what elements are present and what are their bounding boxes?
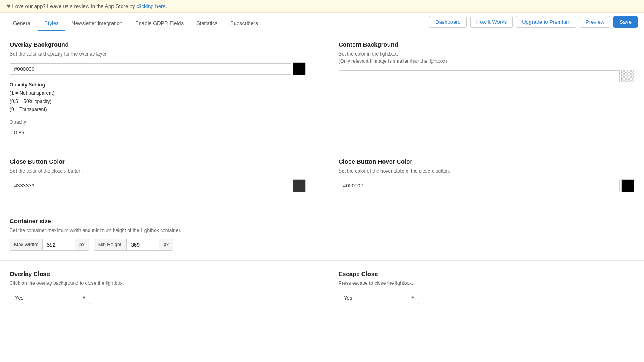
overlay-bg-desc: Set the color and opacity for the overla… (10, 50, 306, 58)
close-btn-hover-section: Close Button Hover Color Set the color o… (322, 158, 634, 198)
opacity-field-label: Opacity (10, 119, 306, 125)
size-fields-row: Max Width: px Min Height: px (10, 239, 306, 251)
max-width-label: Max Width: (10, 239, 43, 250)
close-btn-color-section: Close Button Color Set the color of the … (10, 158, 322, 198)
preview-button[interactable]: Preview (580, 16, 610, 28)
container-size-right-placeholder (322, 218, 634, 251)
close-btn-color-desc: Set the color of the close x button. (10, 167, 306, 175)
how-it-works-button[interactable]: How it Works (470, 16, 513, 28)
escape-close-select-wrapper: Yes No ▼ (339, 292, 419, 304)
opacity-note-3: (0 = Transparent) (10, 107, 47, 112)
promo-banner: ❤ Love our app? Leave us a review in the… (0, 0, 644, 13)
close-btn-hover-desc: Set the color of the hover state of the … (339, 167, 634, 175)
overlay-color-input[interactable] (10, 63, 291, 75)
tab-newsletter[interactable]: Newsletter Integration (65, 16, 129, 31)
row-close-button: Close Button Color Set the color of the … (0, 148, 644, 208)
container-size-title: Container size (10, 218, 306, 224)
tab-gdpr[interactable]: Enable GDPR Fields (129, 16, 190, 31)
close-hover-row (339, 179, 634, 192)
content-bg-desc: Set the color in the lightbox.(Only rele… (339, 50, 634, 65)
close-color-row (10, 179, 306, 192)
close-hover-swatch[interactable] (621, 179, 634, 192)
opacity-field-wrapper: Opacity (10, 119, 306, 138)
overlay-close-section: Overlay Close Click on the overlay backg… (10, 270, 322, 304)
content-color-input[interactable] (339, 70, 620, 82)
opacity-note-2: (0.5 = 50% opacity) (10, 99, 52, 104)
overlay-close-select-wrapper: Yes No ▼ (10, 292, 90, 304)
content-color-swatch[interactable] (621, 70, 634, 82)
opacity-label: Opacity Setting: (10, 81, 306, 89)
container-size-section: Container size Set the container maximum… (10, 218, 322, 251)
close-color-swatch[interactable] (293, 179, 306, 192)
content-color-row (339, 70, 634, 82)
banner-text: ❤ Love our app? Leave us a review in the… (6, 3, 136, 9)
opacity-note-1: (1 = Not transparent) (10, 90, 54, 96)
overlay-close-title: Overlay Close (10, 270, 306, 277)
close-hover-input[interactable] (339, 180, 620, 191)
tab-subscribers[interactable]: Subscribers (224, 16, 264, 31)
tab-styles[interactable]: Styles (38, 16, 65, 31)
min-height-unit: px (159, 239, 173, 250)
opacity-value-input[interactable] (10, 127, 142, 138)
top-nav: Dashboard How it Works Upgrade to Premiu… (429, 16, 638, 28)
main-content: Overlay Background Set the color and opa… (0, 31, 644, 314)
row-container-size: Container size Set the container maximum… (0, 208, 644, 261)
escape-close-select[interactable]: Yes No (339, 292, 419, 304)
header-area: Dashboard How it Works Upgrade to Premiu… (0, 13, 644, 31)
max-width-field: Max Width: px (10, 239, 89, 251)
max-width-unit: px (75, 239, 89, 250)
content-bg-title: Content Background (339, 41, 634, 48)
escape-close-title: Escape Close (339, 270, 634, 277)
overlay-close-select[interactable]: Yes No (10, 292, 90, 304)
min-height-field: Min Height: px (94, 239, 173, 251)
close-btn-color-title: Close Button Color (10, 158, 306, 165)
tab-general[interactable]: General (6, 16, 38, 31)
overlay-color-swatch[interactable] (293, 62, 306, 75)
escape-close-section: Escape Close Press escape to close the l… (322, 270, 634, 304)
container-size-desc: Set the container maximum width and mini… (10, 227, 306, 234)
close-color-input[interactable] (10, 180, 291, 191)
overlay-close-desc: Click on the overlay background to close… (10, 280, 306, 287)
upgrade-button[interactable]: Upgrade to Premium (516, 16, 576, 28)
row-background: Overlay Background Set the color and opa… (0, 31, 644, 148)
escape-close-desc: Press escape to close the lightbox. (339, 280, 634, 287)
dashboard-button[interactable]: Dashboard (429, 16, 467, 28)
overlay-background-section: Overlay Background Set the color and opa… (10, 41, 322, 138)
opacity-settings: Opacity Setting: (1 = Not transparent) (… (10, 81, 306, 114)
tab-statistics[interactable]: Statistics (190, 16, 224, 31)
banner-link[interactable]: clicking here (136, 3, 165, 9)
overlay-bg-title: Overlay Background (10, 41, 306, 48)
row-close-options: Overlay Close Click on the overlay backg… (0, 261, 644, 314)
overlay-color-row (10, 62, 306, 75)
close-btn-hover-title: Close Button Hover Color (339, 158, 634, 165)
content-background-section: Content Background Set the color in the … (322, 41, 634, 138)
save-button[interactable]: Save (613, 16, 638, 28)
min-height-input[interactable] (127, 239, 159, 250)
max-width-input[interactable] (43, 239, 75, 250)
min-height-label: Min Height: (94, 239, 127, 250)
